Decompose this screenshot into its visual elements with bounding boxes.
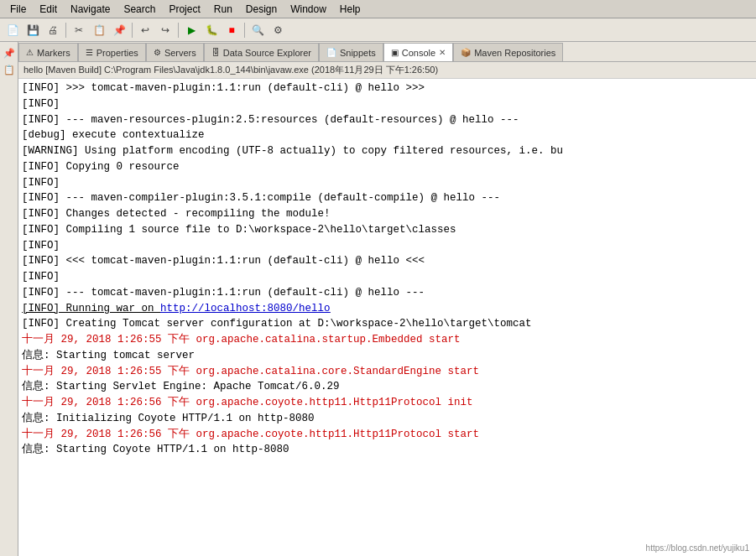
menu-project[interactable]: Project bbox=[162, 2, 206, 17]
toolbar-cut[interactable]: ✂ bbox=[70, 21, 88, 39]
console-output[interactable]: [INFO] >>> tomcat-maven-plugin:1.1:run (… bbox=[18, 79, 756, 556]
menu-file[interactable]: File bbox=[3, 2, 33, 17]
servers-icon: ⚙ bbox=[154, 48, 161, 57]
tab-bar: ⚠ Markers ☰ Properties ⚙ Servers 🗄 Data … bbox=[18, 42, 756, 62]
console-line: [debug] execute contextualize bbox=[22, 127, 753, 143]
console-line: [INFO] --- maven-resources-plugin:2.5:re… bbox=[22, 112, 753, 128]
markers-icon: ⚠ bbox=[26, 48, 34, 57]
sidebar-icon-1[interactable]: 📌 bbox=[2, 45, 17, 60]
attribution-text: https://blog.csdn.net/yujiku1 bbox=[646, 543, 749, 553]
menu-bar: File Edit Navigate Search Project Run De… bbox=[0, 0, 756, 18]
console-line: 十一月 29, 2018 1:26:56 下午 org.apache.coyot… bbox=[22, 395, 753, 411]
maven-icon: 📦 bbox=[461, 48, 471, 57]
console-line: [INFO] bbox=[22, 96, 753, 112]
toolbar-stop[interactable]: ■ bbox=[222, 21, 241, 39]
snippets-icon: 📄 bbox=[326, 48, 336, 57]
tab-properties[interactable]: ☰ Properties bbox=[78, 43, 146, 61]
menu-navigate[interactable]: Navigate bbox=[64, 2, 117, 17]
console-line: [INFO] Copying 0 resource bbox=[22, 159, 753, 175]
console-line: 信息: Starting tomcat server bbox=[22, 348, 753, 364]
console-line: 十一月 29, 2018 1:26:56 下午 org.apache.coyot… bbox=[22, 427, 753, 443]
toolbar-sep-4 bbox=[244, 23, 245, 38]
console-line: [INFO] <<< tomcat-maven-plugin:1.1:run (… bbox=[22, 253, 753, 269]
properties-icon: ☰ bbox=[86, 48, 93, 57]
console-line: [INFO] --- maven-compiler-plugin:3.5.1:c… bbox=[22, 190, 753, 206]
console-line: [INFO] Compiling 1 source file to D:\wor… bbox=[22, 222, 753, 238]
console-link[interactable]: http://localhost:8080/hello bbox=[160, 303, 331, 314]
toolbar-run[interactable]: ▶ bbox=[182, 21, 201, 39]
toolbar-paste[interactable]: 📌 bbox=[110, 21, 128, 39]
menu-edit[interactable]: Edit bbox=[33, 2, 64, 17]
main-panel: ⚠ Markers ☰ Properties ⚙ Servers 🗄 Data … bbox=[18, 42, 756, 556]
console-line: [INFO] Creating Tomcat server configurat… bbox=[22, 316, 753, 332]
toolbar-sep-3 bbox=[178, 23, 179, 38]
toolbar-settings[interactable]: ⚙ bbox=[269, 21, 287, 39]
console-line: [INFO] Changes detected - recompiling th… bbox=[22, 206, 753, 222]
console-line: 信息: Starting Coyote HTTP/1.1 on http-808… bbox=[22, 442, 753, 458]
console-line: 十一月 29, 2018 1:26:55 下午 org.apache.catal… bbox=[22, 364, 753, 380]
tab-datasource[interactable]: 🗄 Data Source Explorer bbox=[204, 43, 319, 61]
console-line: [WARNING] Using platform encoding (UTF-8… bbox=[22, 143, 753, 159]
toolbar-print[interactable]: 🖨 bbox=[44, 21, 62, 39]
console-line: [INFO] --- tomcat-maven-plugin:1.1:run (… bbox=[22, 285, 753, 301]
tab-maven[interactable]: 📦 Maven Repositories bbox=[453, 43, 563, 61]
console-line: [INFO] >>> tomcat-maven-plugin:1.1:run (… bbox=[22, 81, 753, 96]
datasource-icon: 🗄 bbox=[211, 48, 220, 57]
tab-snippets[interactable]: 📄 Snippets bbox=[319, 43, 383, 61]
toolbar-new[interactable]: 📄 bbox=[3, 21, 22, 39]
tab-servers[interactable]: ⚙ Servers bbox=[146, 43, 204, 61]
toolbar-save[interactable]: 💾 bbox=[23, 21, 42, 39]
left-sidebar: 📌 📋 bbox=[0, 42, 18, 556]
toolbar-copy[interactable]: 📋 bbox=[90, 21, 108, 39]
toolbar-sep-2 bbox=[132, 23, 133, 38]
tab-console[interactable]: ▣ Console ✕ bbox=[383, 43, 453, 61]
menu-help[interactable]: Help bbox=[333, 2, 368, 17]
toolbar-search[interactable]: 🔍 bbox=[248, 21, 267, 39]
toolbar-redo[interactable]: ↪ bbox=[156, 21, 175, 39]
toolbar-debug[interactable]: 🐛 bbox=[202, 21, 221, 39]
console-line: [INFO] bbox=[22, 269, 753, 285]
console-line: 信息: Initializing Coyote HTTP/1.1 on http… bbox=[22, 411, 753, 427]
toolbar-sep-1 bbox=[65, 23, 66, 38]
console-line: 信息: Starting Servlet Engine: Apache Tomc… bbox=[22, 379, 753, 395]
console-close-icon[interactable]: ✕ bbox=[439, 48, 446, 57]
menu-search[interactable]: Search bbox=[117, 2, 162, 17]
console-line: 十一月 29, 2018 1:26:55 下午 org.apache.catal… bbox=[22, 332, 753, 348]
menu-run[interactable]: Run bbox=[207, 2, 239, 17]
console-line: [INFO] bbox=[22, 175, 753, 191]
toolbar: 📄 💾 🖨 ✂ 📋 📌 ↩ ↪ ▶ 🐛 ■ 🔍 ⚙ bbox=[0, 18, 756, 42]
sidebar-icon-2[interactable]: 📋 bbox=[2, 62, 17, 77]
console-line: [INFO] Running war on http://localhost:8… bbox=[22, 301, 753, 317]
console-header: hello [Maven Build] C:\Program Files\Jav… bbox=[18, 62, 756, 79]
menu-window[interactable]: Window bbox=[284, 2, 333, 17]
console-icon: ▣ bbox=[391, 48, 399, 57]
console-line: [INFO] bbox=[22, 238, 753, 254]
menu-design[interactable]: Design bbox=[239, 2, 284, 17]
toolbar-undo[interactable]: ↩ bbox=[136, 21, 154, 39]
tab-markers[interactable]: ⚠ Markers bbox=[18, 43, 78, 61]
main-layout: 📌 📋 ⚠ Markers ☰ Properties ⚙ Servers 🗄 D… bbox=[0, 42, 756, 556]
